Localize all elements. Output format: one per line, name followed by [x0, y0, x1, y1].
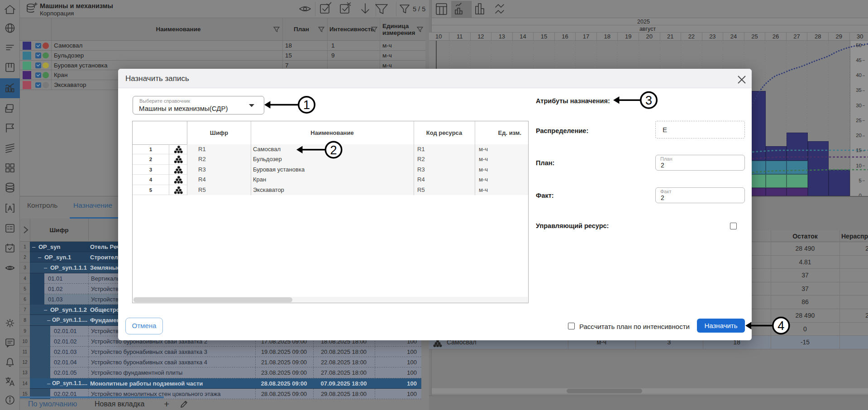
svg-text:4: 4 — [777, 319, 784, 333]
svg-text:1: 1 — [303, 98, 310, 112]
svg-text:2: 2 — [330, 143, 337, 157]
svg-text:3: 3 — [645, 94, 652, 107]
